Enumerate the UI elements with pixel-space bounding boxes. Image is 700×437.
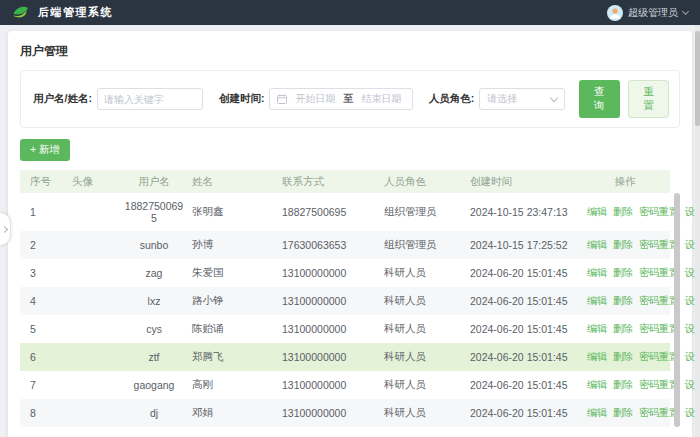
- action-password-reset[interactable]: 密码重置: [639, 379, 679, 390]
- cell-actions: 编辑删除密码重置设备校验: [580, 399, 670, 427]
- cell-avatar: [68, 315, 120, 343]
- user-table-body: 118827500695张明鑫18827500695组织管理员2024-10-1…: [20, 193, 670, 427]
- cell-created: 2024-06-20 15:01:45: [466, 315, 580, 343]
- cell-no: 3: [20, 259, 68, 287]
- action-delete[interactable]: 删除: [613, 379, 633, 390]
- cell-actions: 编辑删除密码重置设备校验: [580, 343, 670, 371]
- action-edit[interactable]: 编辑: [587, 267, 607, 278]
- column-header: 头像: [68, 170, 120, 193]
- cell-avatar: [68, 371, 120, 399]
- column-header: 联系方式: [278, 170, 380, 193]
- table-row: 6ztf郑腾飞13100000000科研人员2024-06-20 15:01:4…: [20, 343, 670, 371]
- action-password-reset[interactable]: 密码重置: [639, 407, 679, 418]
- cell-username: 18827500695: [120, 193, 188, 231]
- cell-no: 2: [20, 231, 68, 259]
- reset-button[interactable]: 重置: [628, 80, 669, 118]
- cell-username: zag: [120, 259, 188, 287]
- calendar-icon: [277, 94, 287, 104]
- column-header: 人员角色: [380, 170, 466, 193]
- action-edit[interactable]: 编辑: [587, 379, 607, 390]
- cell-contact: 13100000000: [278, 399, 380, 427]
- action-delete[interactable]: 删除: [613, 323, 633, 334]
- user-table: 序号头像用户名姓名联系方式人员角色创建时间操作 118827500695张明鑫1…: [20, 170, 680, 427]
- action-password-reset[interactable]: 密码重置: [639, 206, 679, 217]
- cell-no: 4: [20, 287, 68, 315]
- cell-contact: 18827500695: [278, 193, 380, 231]
- cell-role: 科研人员: [380, 371, 466, 399]
- cell-username: gaogang: [120, 371, 188, 399]
- column-header: 序号: [20, 170, 68, 193]
- content-card: 用户管理 用户名/姓名: 创建时间: 开始日期 至 结束日期 人员角: [8, 31, 692, 437]
- cell-avatar: [68, 231, 120, 259]
- action-password-reset[interactable]: 密码重置: [639, 351, 679, 362]
- cell-username: lxz: [120, 287, 188, 315]
- cell-username: dj: [120, 399, 188, 427]
- cell-created: 2024-06-20 15:01:45: [466, 287, 580, 315]
- date-range-picker[interactable]: 开始日期 至 结束日期: [269, 88, 412, 110]
- app-title: 后端管理系统: [38, 5, 113, 20]
- action-delete[interactable]: 删除: [613, 351, 633, 362]
- app-logo-icon: [12, 5, 29, 20]
- table-scrollbar[interactable]: [674, 193, 680, 427]
- search-button[interactable]: 查询: [579, 80, 620, 118]
- cell-contact: 13100000000: [278, 315, 380, 343]
- action-password-reset[interactable]: 密码重置: [639, 239, 679, 250]
- action-edit[interactable]: 编辑: [587, 206, 607, 217]
- role-label: 人员角色:: [429, 92, 475, 106]
- table-row: 5cys陈贻诵13100000000科研人员2024-06-20 15:01:4…: [20, 315, 670, 343]
- cell-role: 科研人员: [380, 399, 466, 427]
- role-select[interactable]: 请选择: [479, 88, 564, 110]
- cell-contact: 13100000000: [278, 287, 380, 315]
- date-range-separator: 至: [343, 92, 353, 106]
- table-row: 8dj邓娟13100000000科研人员2024-06-20 15:01:45编…: [20, 399, 670, 427]
- action-password-reset[interactable]: 密码重置: [639, 267, 679, 278]
- cell-no: 7: [20, 371, 68, 399]
- chevron-down-icon: [682, 8, 689, 15]
- cell-name: 孙博: [188, 231, 278, 259]
- cell-actions: 编辑删除密码重置设备校验: [580, 371, 670, 399]
- page-scrollbar-thumb[interactable]: [695, 31, 700, 126]
- start-date-placeholder: 开始日期: [295, 92, 335, 106]
- cell-no: 1: [20, 193, 68, 231]
- cell-no: 6: [20, 343, 68, 371]
- table-header-row: 序号头像用户名姓名联系方式人员角色创建时间操作: [20, 170, 670, 193]
- cell-username: ztf: [120, 343, 188, 371]
- column-header: 创建时间: [466, 170, 580, 193]
- action-password-reset[interactable]: 密码重置: [639, 295, 679, 306]
- cell-created: 2024-06-20 15:01:45: [466, 371, 580, 399]
- action-edit[interactable]: 编辑: [587, 407, 607, 418]
- action-edit[interactable]: 编辑: [587, 351, 607, 362]
- action-delete[interactable]: 删除: [613, 267, 633, 278]
- add-button[interactable]: + 新增: [20, 139, 70, 161]
- cell-actions: 编辑删除密码重置设备校验: [580, 315, 670, 343]
- cell-avatar: [68, 399, 120, 427]
- action-delete[interactable]: 删除: [613, 407, 633, 418]
- table-row: 3zag朱爱国13100000000科研人员2024-06-20 15:01:4…: [20, 259, 670, 287]
- cell-name: 陈贻诵: [188, 315, 278, 343]
- action-delete[interactable]: 删除: [613, 239, 633, 250]
- page-scrollbar[interactable]: [695, 25, 700, 437]
- cell-contact: 13100000000: [278, 343, 380, 371]
- action-edit[interactable]: 编辑: [587, 323, 607, 334]
- keyword-input[interactable]: [97, 88, 203, 110]
- cell-created: 2024-10-15 23:47:13: [466, 193, 580, 231]
- user-menu[interactable]: 超级管理员: [607, 5, 688, 21]
- cell-name: 路小铮: [188, 287, 278, 315]
- cell-contact: 17630063653: [278, 231, 380, 259]
- cell-actions: 编辑删除密码重置设备校验: [580, 231, 670, 259]
- cell-avatar: [68, 287, 120, 315]
- cell-name: 邓娟: [188, 399, 278, 427]
- avatar: [607, 5, 623, 21]
- end-date-placeholder: 结束日期: [361, 92, 401, 106]
- cell-created: 2024-06-20 15:01:45: [466, 399, 580, 427]
- cell-name: 张明鑫: [188, 193, 278, 231]
- cell-username: cys: [120, 315, 188, 343]
- chevron-down-icon: [549, 93, 557, 101]
- cell-actions: 编辑删除密码重置设备校验: [580, 259, 670, 287]
- action-edit[interactable]: 编辑: [587, 239, 607, 250]
- action-delete[interactable]: 删除: [613, 295, 633, 306]
- action-password-reset[interactable]: 密码重置: [639, 323, 679, 334]
- action-edit[interactable]: 编辑: [587, 295, 607, 306]
- action-delete[interactable]: 删除: [613, 206, 633, 217]
- chevron-right-icon: [0, 225, 7, 232]
